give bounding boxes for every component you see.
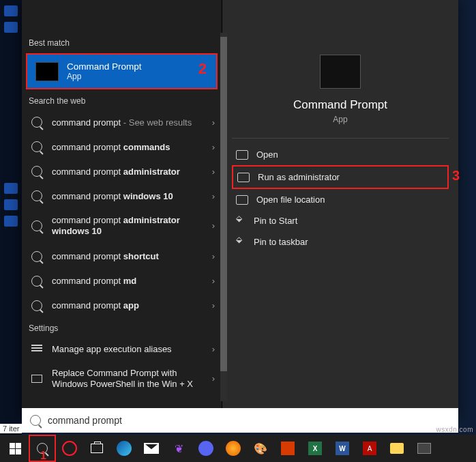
windows-logo-icon [10,443,21,454]
section-settings: Settings [22,318,222,337]
web-result[interactable]: command prompt administrator windows 10› [22,208,222,244]
action-label: Open [256,149,278,160]
photos-icon [417,443,431,454]
edge-icon [117,441,132,456]
taskbar: 1 ❦ 🎨 X W A [0,435,476,462]
web-result[interactable]: command prompt administrator› [22,159,222,184]
pin-icon [236,237,246,247]
taskbar-taskview[interactable] [83,435,110,462]
web-result-text: command prompt - See web results [52,117,192,128]
annotation-box-3: Run as administrator 3 [232,165,449,189]
chevron-right-icon: › [212,191,215,201]
office-icon [281,442,295,455]
search-icon [31,117,42,128]
folder-icon [236,195,248,205]
cmd-prompt-icon [35,62,59,81]
palette-icon: 🎨 [254,442,267,455]
desktop-icon [4,22,18,33]
web-result[interactable]: command prompt app› [22,293,222,318]
details-subtitle: App [222,115,458,124]
adobe-icon: A [363,442,376,455]
taskbar-opera[interactable] [56,435,83,462]
taskbar-search-button[interactable]: 1 [29,435,56,462]
taskbar-discord[interactable] [192,435,220,462]
search-input[interactable] [48,415,458,426]
settings-label: Manage app execution aliases [52,344,172,354]
web-result[interactable]: command prompt - See web results› [22,110,222,134]
settings-item[interactable]: Replace Command Prompt with Windows Powe… [22,361,222,397]
settings-item[interactable]: Manage app execution aliases › [22,337,222,361]
best-match-title: Command Prompt [67,61,142,72]
shield-icon [237,173,250,182]
taskbar-adobe[interactable]: A [356,435,383,462]
taskbar-explorer[interactable] [383,435,411,462]
web-result-text: command prompt md [52,276,136,286]
word-icon: W [336,442,349,455]
feather-icon: ❦ [175,442,183,455]
start-button[interactable] [1,435,29,462]
best-match-subtitle: App [67,72,142,81]
chevron-right-icon: › [212,373,215,384]
opera-icon [62,441,77,456]
folder-icon [390,443,404,454]
web-result-text: command prompt administrator [52,167,180,177]
web-result[interactable]: command prompt md› [22,269,222,293]
list-icon [31,345,42,353]
search-icon [31,141,42,152]
desktop-icon [4,216,18,227]
firefox-icon [226,441,241,456]
search-box[interactable] [22,408,458,433]
excel-icon: X [308,442,322,455]
action-open[interactable]: Open [222,144,458,165]
web-result-text: command prompt app [52,300,139,311]
search-icon [31,190,42,201]
best-match-result[interactable]: Command Prompt App 2 [26,53,218,89]
web-result[interactable]: command prompt windows 10› [22,184,222,208]
web-result[interactable]: command prompt commands› [22,134,222,159]
desktop-icon [4,183,18,194]
action-pin-taskbar[interactable]: Pin to taskbar [222,231,458,252]
status-text: 7 iter [0,424,22,433]
web-result-text: command prompt administrator windows 10 [52,215,213,237]
desktop-icon [4,5,18,16]
taskbar-photos[interactable] [411,435,438,462]
desktop-icon [4,199,18,210]
web-result-text: command prompt windows 10 [52,191,173,201]
section-search-web: Search the web [22,91,222,110]
annotation-1: 1 [40,450,46,462]
action-pin-start[interactable]: Pin to Start [222,210,458,231]
settings-label: Replace Command Prompt with Windows Powe… [52,368,213,390]
open-icon [236,150,248,160]
search-icon [31,300,42,311]
search-icon [31,220,42,231]
taskbar-excel[interactable]: X [301,435,329,462]
search-icon [31,166,42,177]
taskbar-app[interactable]: 🎨 [247,435,274,462]
search-icon [31,251,42,262]
web-result-text: command prompt shortcut [52,251,159,261]
action-run-admin[interactable]: Run as administrator [233,167,447,188]
scrollbar-thumb[interactable] [220,37,227,371]
taskview-icon [91,444,103,453]
taskbar-edge[interactable] [110,435,138,462]
search-panel: Best match Command Prompt App 2 Search t… [22,0,458,419]
chevron-right-icon: › [212,220,215,231]
taskbar-firefox[interactable] [220,435,247,462]
taskbar-office[interactable] [274,435,301,462]
chevron-right-icon: › [212,117,215,128]
annotation-3: 3 [452,168,460,184]
taskbar-word[interactable]: W [329,435,356,462]
taskbar-app[interactable]: ❦ [165,435,192,462]
search-icon [30,415,41,426]
taskbar-mail[interactable] [138,435,165,462]
annotation-2: 2 [198,60,207,78]
action-label: Pin to Start [254,216,297,226]
console-icon [31,375,42,383]
web-result[interactable]: command prompt shortcut› [22,244,222,269]
details-title: Command Prompt [222,98,458,112]
action-open-location[interactable]: Open file location [222,189,458,210]
action-label: Run as administrator [258,172,340,182]
scrollbar[interactable] [220,33,227,401]
watermark: wsxdn.com [436,426,473,433]
details-pane: Command Prompt App Open Run as administr… [222,0,458,419]
